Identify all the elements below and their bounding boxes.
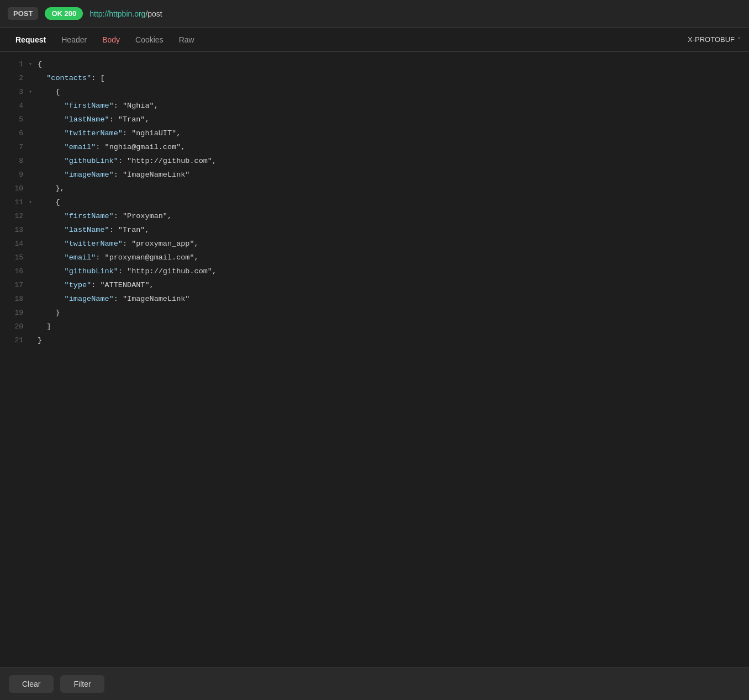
line-number: 5 (6, 113, 23, 126)
line-number: 6 (6, 126, 23, 140)
tab-raw[interactable]: Raw (171, 30, 202, 50)
code-line: 3▾ { (0, 85, 749, 99)
line-number: 15 (6, 251, 23, 264)
line-content: }, (38, 182, 65, 195)
chevron-down-icon: ⌃ (737, 36, 741, 43)
line-number: 4 (6, 99, 23, 113)
code-line: 21} (0, 333, 749, 347)
url-display: http://httpbin.org/post (89, 9, 162, 18)
line-number: 16 (6, 264, 23, 278)
tab-bar: Request Header Body Cookies Raw X-PROTOB… (0, 28, 749, 52)
code-editor: 1▾{2 "contacts": [3▾ {4 "firstName": "Ng… (0, 52, 749, 667)
line-content: { (38, 85, 60, 99)
code-line: 18 "imageName": "ImageNameLink" (0, 292, 749, 306)
collapse-icon: ▾ (29, 57, 35, 71)
line-number: 21 (6, 333, 23, 347)
line-content: "imageName": "ImageNameLink" (38, 168, 189, 182)
code-line: 10 }, (0, 182, 749, 195)
line-content: "twitterName": "proxyman_app", (38, 237, 199, 251)
line-content: "firstName": "Proxyman", (38, 209, 172, 223)
code-line: 6 "twitterName": "nghiaUIT", (0, 126, 749, 140)
code-line: 15 "email": "proxyman@gmail.com", (0, 251, 749, 264)
line-number: 3 (6, 85, 23, 99)
line-content: "githubLink": "http://github.com", (38, 154, 217, 168)
code-line: 5 "lastName": "Tran", (0, 113, 749, 126)
code-line: 20 ] (0, 320, 749, 333)
line-number: 2 (6, 71, 23, 85)
line-number: 20 (6, 320, 23, 333)
tab-header[interactable]: Header (54, 30, 94, 50)
line-number: 18 (6, 292, 23, 306)
line-number: 8 (6, 154, 23, 168)
line-content: "lastName": "Tran", (38, 113, 150, 126)
line-number: 19 (6, 306, 23, 320)
method-badge: POST (8, 7, 38, 20)
line-number: 10 (6, 182, 23, 195)
code-line: 9 "imageName": "ImageNameLink" (0, 168, 749, 182)
code-line: 13 "lastName": "Tran", (0, 223, 749, 237)
line-content: ] (38, 320, 51, 333)
line-content: "firstName": "Nghia", (38, 99, 159, 113)
top-bar: POST OK 200 http://httpbin.org/post (0, 0, 749, 28)
line-content: "githubLink": "http://github.com", (38, 264, 217, 278)
format-selector[interactable]: X-PROTOBUF ⌃ (688, 35, 741, 44)
status-badge: OK 200 (45, 7, 83, 20)
collapse-icon: ▾ (29, 195, 35, 209)
url-path: /post (145, 9, 162, 18)
code-line: 4 "firstName": "Nghia", (0, 99, 749, 113)
line-number: 1 (6, 57, 23, 71)
line-content: "email": "proxyman@gmail.com", (38, 251, 199, 264)
line-content: "email": "nghia@gmail.com", (38, 140, 185, 154)
code-line: 8 "githubLink": "http://github.com", (0, 154, 749, 168)
code-line: 14 "twitterName": "proxyman_app", (0, 237, 749, 251)
code-line: 1▾{ (0, 57, 749, 71)
code-line: 17 "type": "ATTENDANT", (0, 278, 749, 292)
line-number: 13 (6, 223, 23, 237)
code-line: 12 "firstName": "Proxyman", (0, 209, 749, 223)
code-line: 11▾ { (0, 195, 749, 209)
code-line: 19 } (0, 306, 749, 320)
bottom-bar: Clear Filter (0, 667, 749, 700)
format-label: X-PROTOBUF (688, 35, 735, 44)
tab-request[interactable]: Request (8, 30, 54, 50)
code-line: 7 "email": "nghia@gmail.com", (0, 140, 749, 154)
tab-cookies[interactable]: Cookies (128, 30, 171, 50)
line-content: "imageName": "ImageNameLink" (38, 292, 189, 306)
url-domain: http://httpbin.org (89, 9, 145, 18)
line-content: "type": "ATTENDANT", (38, 278, 154, 292)
line-content: } (38, 306, 60, 320)
filter-button[interactable]: Filter (60, 675, 104, 693)
line-number: 14 (6, 237, 23, 251)
clear-button[interactable]: Clear (9, 675, 54, 693)
line-content: } (38, 333, 42, 347)
tab-body[interactable]: Body (94, 30, 128, 50)
line-number: 11 (6, 195, 23, 209)
line-content: "twitterName": "nghiaUIT", (38, 126, 181, 140)
line-number: 12 (6, 209, 23, 223)
line-content: { (38, 195, 60, 209)
collapse-icon: ▾ (29, 85, 35, 99)
line-number: 9 (6, 168, 23, 182)
line-content: "lastName": "Tran", (38, 223, 150, 237)
line-content: "contacts": [ (38, 71, 105, 85)
line-number: 17 (6, 278, 23, 292)
line-number: 7 (6, 140, 23, 154)
code-line: 16 "githubLink": "http://github.com", (0, 264, 749, 278)
line-content: { (38, 57, 42, 71)
code-line: 2 "contacts": [ (0, 71, 749, 85)
